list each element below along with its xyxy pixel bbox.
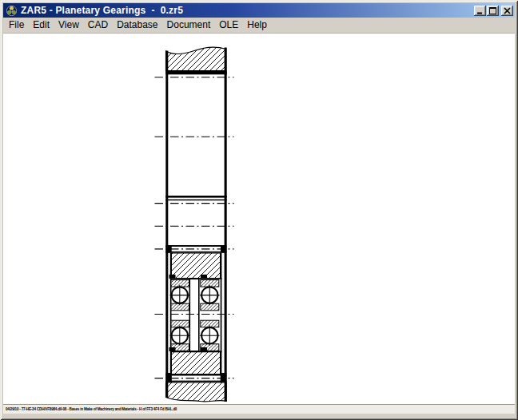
carrier-section-upper <box>172 253 221 278</box>
shaft-wall-right <box>225 48 227 402</box>
planet-bearing-top-right <box>200 280 220 311</box>
app-window: ZAR5 - Planetary Gearings - 0.zr5 <box>0 0 518 420</box>
title-bar: ZAR5 - Planetary Gearings - 0.zr5 <box>3 3 515 18</box>
window-title: ZAR5 - Planetary Gearings - 0.zr5 <box>21 5 183 16</box>
minimize-button[interactable] <box>474 6 486 16</box>
bearing-ball-cross <box>200 285 220 305</box>
bearing-ball-cross <box>170 285 190 305</box>
menu-bar: File Edit View CAD Database Document OLE… <box>3 18 515 32</box>
planet-pin <box>189 279 199 351</box>
maximize-button[interactable] <box>487 6 499 16</box>
gear-rim-band-top <box>165 71 226 75</box>
section-break-top <box>166 47 226 70</box>
menu-item-cad[interactable]: CAD <box>84 18 112 31</box>
status-text: 04/29/10 - 77-HE-34 CDH/VF8984.dll-08 - … <box>6 407 177 411</box>
carrier-band-bottom <box>166 373 227 382</box>
app-icon <box>6 5 18 17</box>
gear-rim-band-middle <box>165 196 226 200</box>
circlip-mark <box>201 275 207 279</box>
planet-bearing-top-left <box>170 280 190 311</box>
menu-item-document[interactable]: Document <box>163 18 215 31</box>
shaft-wall-left <box>165 51 168 398</box>
planet-bearing-bottom-left <box>170 320 190 351</box>
close-button[interactable] <box>501 6 513 16</box>
close-icon <box>504 7 511 14</box>
circlip-mark <box>169 275 176 279</box>
bearing-ball-cross <box>170 326 190 346</box>
minimize-icon <box>476 7 484 14</box>
maximize-icon <box>489 7 496 14</box>
menu-item-edit[interactable]: Edit <box>29 18 54 31</box>
menu-item-file[interactable]: File <box>5 18 28 31</box>
cad-drawing <box>3 34 515 405</box>
drawing-canvas <box>3 33 515 405</box>
menu-item-ole[interactable]: OLE <box>215 18 242 31</box>
menu-item-help[interactable]: Help <box>243 18 271 31</box>
menu-item-view[interactable]: View <box>54 18 83 31</box>
bearing-ball-cross <box>200 326 220 346</box>
menu-item-database[interactable]: Database <box>113 18 161 31</box>
carrier-section-lower <box>172 351 221 374</box>
status-bar: 04/29/10 - 77-HE-34 CDH/VF8984.dll-08 - … <box>3 404 515 414</box>
window-controls <box>474 6 513 16</box>
section-break-bottom <box>166 382 227 402</box>
planet-bearing-bottom-right <box>200 320 220 351</box>
